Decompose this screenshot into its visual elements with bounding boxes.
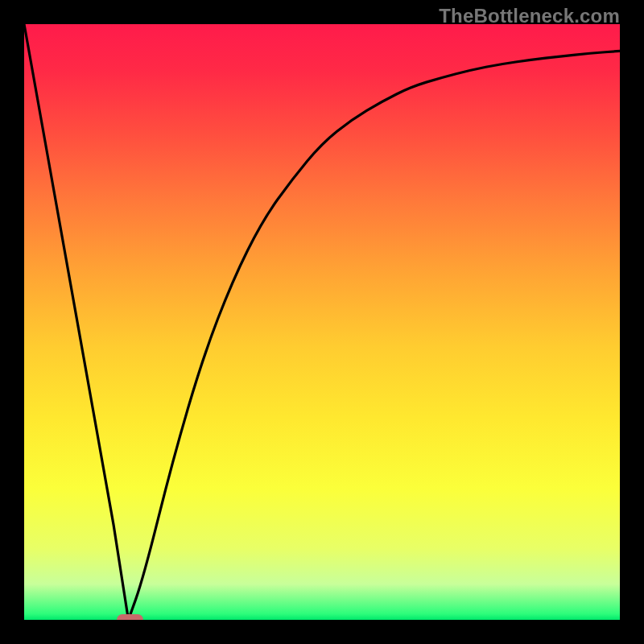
- plot-area: [24, 24, 620, 620]
- bottleneck-marker: [117, 614, 143, 620]
- bottleneck-curve: [24, 24, 620, 620]
- chart-frame: TheBottleneck.com: [0, 0, 644, 644]
